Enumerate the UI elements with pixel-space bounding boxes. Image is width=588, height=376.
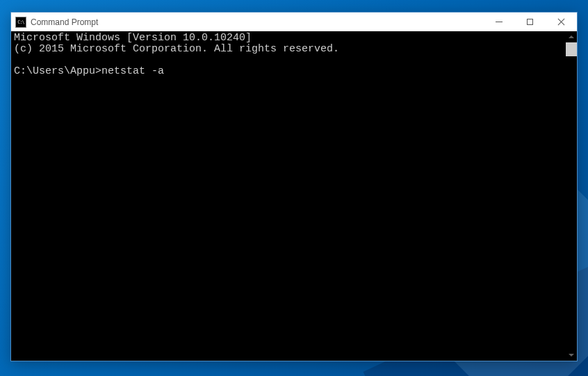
chevron-up-icon [569, 35, 574, 38]
command-prompt-window: C:\ Command Prompt Microsoft Windows [Ve… [10, 12, 578, 361]
maximize-button[interactable] [514, 13, 546, 31]
prompt-path: C:\Users\Appu> [14, 65, 101, 77]
close-icon [557, 18, 565, 26]
terminal-content[interactable]: Microsoft Windows [Version 10.0.10240] (… [11, 31, 566, 361]
terminal-area[interactable]: Microsoft Windows [Version 10.0.10240] (… [11, 31, 577, 361]
window-title: Command Prompt [31, 17, 98, 27]
vertical-scrollbar[interactable] [566, 31, 577, 361]
titlebar[interactable]: C:\ Command Prompt [11, 13, 577, 31]
chevron-down-icon [569, 354, 574, 357]
terminal-output-line: Microsoft Windows [Version 10.0.10240] [14, 32, 252, 44]
command-input[interactable]: netstat -a [101, 65, 164, 77]
scroll-down-button[interactable] [566, 350, 577, 361]
app-icon: C:\ [15, 17, 26, 28]
scroll-thumb[interactable] [566, 42, 577, 56]
maximize-icon [527, 19, 533, 25]
minimize-button[interactable] [483, 13, 514, 31]
terminal-output-line: (c) 2015 Microsoft Corporation. All righ… [14, 43, 339, 55]
scroll-up-button[interactable] [566, 31, 577, 42]
close-button[interactable] [546, 13, 577, 31]
minimize-icon [496, 22, 503, 22]
prompt-line: C:\Users\Appu>netstat -a [14, 65, 164, 77]
window-controls [483, 13, 577, 31]
